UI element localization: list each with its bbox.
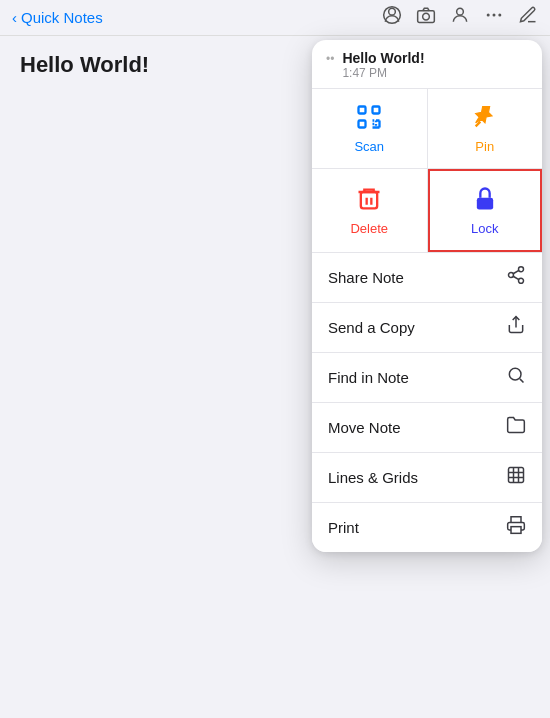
svg-line-19 [513, 276, 519, 279]
move-note-icon [506, 415, 526, 440]
scan-label: Scan [354, 139, 384, 154]
send-copy-label: Send a Copy [328, 319, 415, 336]
svg-rect-24 [509, 468, 524, 483]
svg-rect-10 [359, 121, 366, 128]
svg-rect-9 [373, 107, 380, 114]
popover-note-title: Hello World! [342, 50, 424, 66]
find-in-note-item[interactable]: Find in Note [312, 353, 542, 403]
lines-grids-icon [506, 465, 526, 490]
toolbar-icons [382, 5, 538, 30]
svg-rect-8 [359, 107, 366, 114]
lock-label: Lock [471, 221, 498, 236]
lock-action[interactable]: Lock [428, 169, 543, 252]
action-popover: •• Hello World! 1:47 PM Scan [312, 40, 542, 552]
svg-point-6 [493, 14, 496, 17]
delete-icon [355, 185, 383, 217]
svg-line-23 [520, 379, 524, 383]
popover-note-time: 1:47 PM [342, 66, 424, 80]
scan-icon [355, 103, 383, 135]
svg-point-0 [389, 8, 396, 15]
popover-header: •• Hello World! 1:47 PM [312, 40, 542, 89]
lines-grids-label: Lines & Grids [328, 469, 418, 486]
share-note-icon [506, 265, 526, 290]
svg-point-5 [487, 14, 490, 17]
send-copy-icon [506, 315, 526, 340]
compose-icon[interactable] [518, 5, 538, 30]
print-icon [506, 515, 526, 540]
svg-point-7 [498, 14, 501, 17]
popover-note-info: Hello World! 1:47 PM [342, 50, 424, 80]
pin-icon [471, 103, 499, 135]
pin-label: Pin [475, 139, 494, 154]
back-nav[interactable]: ‹ Quick Notes [12, 9, 103, 26]
svg-point-16 [519, 267, 524, 272]
person-icon[interactable] [450, 5, 470, 30]
send-copy-item[interactable]: Send a Copy [312, 303, 542, 353]
svg-point-18 [519, 278, 524, 283]
print-item[interactable]: Print [312, 503, 542, 552]
main-area: Hello World! •• Hello World! 1:47 PM [0, 36, 550, 718]
share-note-label: Share Note [328, 269, 404, 286]
menu-list: Share Note Send a Copy [312, 253, 542, 552]
lock-icon [471, 185, 499, 217]
delete-action[interactable]: Delete [312, 169, 427, 252]
svg-rect-15 [477, 198, 493, 210]
move-note-label: Move Note [328, 419, 401, 436]
find-in-note-label: Find in Note [328, 369, 409, 386]
svg-point-22 [509, 368, 521, 380]
back-label[interactable]: Quick Notes [21, 9, 103, 26]
svg-point-4 [457, 8, 464, 15]
lines-grids-item[interactable]: Lines & Grids [312, 453, 542, 503]
person-circle-icon[interactable] [382, 5, 402, 30]
svg-point-3 [423, 13, 430, 20]
camera-icon[interactable] [416, 5, 436, 30]
svg-rect-12 [361, 192, 377, 208]
chevron-back-icon: ‹ [12, 9, 17, 26]
header-dots-icon: •• [326, 52, 334, 66]
scan-action[interactable]: Scan [312, 89, 427, 168]
share-note-item[interactable]: Share Note [312, 253, 542, 303]
action-grid: Scan Pin [312, 89, 542, 253]
print-label: Print [328, 519, 359, 536]
svg-rect-29 [511, 527, 521, 534]
delete-label: Delete [350, 221, 388, 236]
ellipsis-icon[interactable] [484, 5, 504, 30]
move-note-item[interactable]: Move Note [312, 403, 542, 453]
svg-line-20 [513, 270, 519, 273]
svg-point-17 [509, 273, 514, 278]
pin-action[interactable]: Pin [428, 89, 543, 168]
find-in-note-icon [506, 365, 526, 390]
top-bar: ‹ Quick Notes [0, 0, 550, 36]
